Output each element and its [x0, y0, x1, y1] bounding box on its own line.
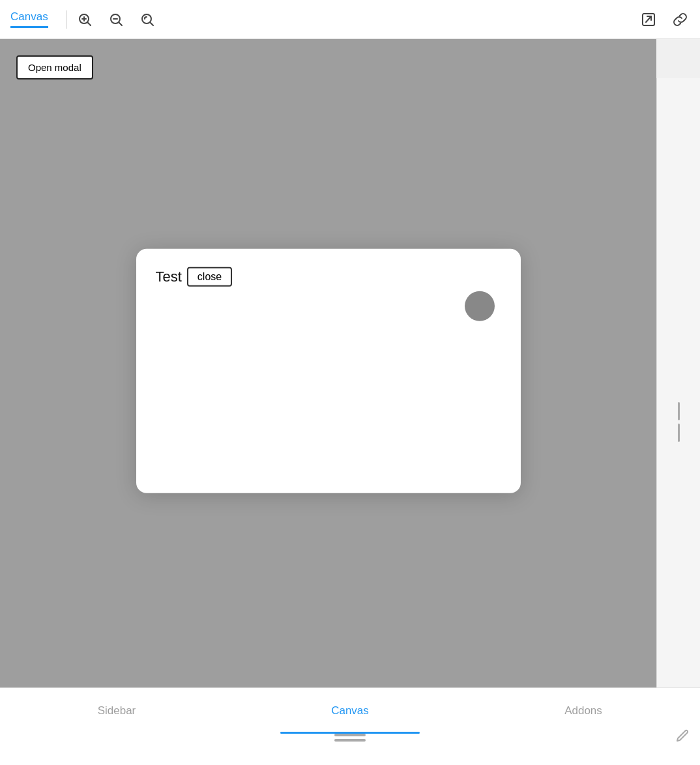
canvas-area: Open modal Test close: [0, 39, 656, 727]
tab-addons[interactable]: Addons: [467, 688, 700, 734]
handle-bar-1: [678, 402, 680, 420]
zoom-in-icon[interactable]: [75, 10, 95, 29]
toolbar: Canvas: [0, 0, 700, 39]
toolbar-zoom-controls: [75, 10, 157, 29]
edit-icon[interactable]: [675, 729, 690, 747]
export-icon[interactable]: [639, 10, 658, 29]
open-modal-button[interactable]: Open modal: [16, 55, 93, 79]
svg-line-6: [119, 22, 122, 25]
toolbar-right-icons: [639, 10, 690, 29]
toolbar-divider: [66, 10, 67, 29]
svg-line-3: [87, 22, 91, 25]
tab-canvas[interactable]: Canvas: [233, 688, 467, 734]
bottom-handle: [334, 734, 366, 748]
modal-card: Test close: [136, 248, 521, 493]
bottom-tabs-row: Sidebar Canvas Addons: [0, 688, 700, 734]
handle-bar-bottom: [334, 739, 366, 742]
sidebar-resize-handle[interactable]: [678, 402, 680, 442]
right-sidebar: [656, 78, 700, 765]
modal-circle-indicator: [465, 291, 495, 321]
modal-content: Test close: [156, 267, 501, 286]
svg-line-8: [150, 22, 153, 25]
handle-bar-top: [334, 734, 366, 736]
handle-bar-2: [678, 424, 680, 442]
canvas-tab[interactable]: Canvas: [10, 10, 48, 28]
zoom-out-icon[interactable]: [106, 10, 126, 29]
modal-text-prefix: Test: [156, 268, 182, 285]
tab-sidebar[interactable]: Sidebar: [0, 688, 233, 734]
reset-zoom-icon[interactable]: [138, 10, 157, 29]
svg-line-11: [646, 16, 651, 22]
modal-close-button[interactable]: close: [187, 267, 232, 286]
link-icon[interactable]: [670, 10, 690, 29]
bottom-tabbar: Sidebar Canvas Addons: [0, 687, 700, 765]
